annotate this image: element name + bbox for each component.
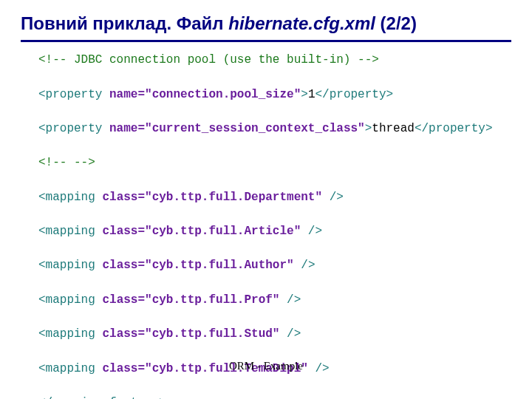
- tag-open: <mapping: [38, 191, 102, 204]
- tag-close: />: [294, 259, 316, 272]
- tag-open: <property: [38, 88, 109, 101]
- attr-name: class=: [102, 225, 145, 238]
- slide-footer: ORM - Example: [0, 360, 532, 372]
- attr-value: "current_session_context_class": [145, 122, 365, 135]
- tag-open: <property: [38, 122, 109, 135]
- attr-name: class=: [102, 293, 145, 307]
- attr-value: "connection.pool_size": [145, 88, 301, 101]
- attr-name: class=: [102, 191, 145, 204]
- attr-value: "cyb.ttp.full.Department": [145, 191, 322, 204]
- tag-close: >: [365, 122, 372, 135]
- title-filename: hibernate.cfg.xml: [228, 13, 375, 33]
- code-comment: <!-- -->: [38, 156, 95, 169]
- attr-name: class=: [102, 327, 145, 341]
- attr-value: "cyb.ttp.full.Author": [145, 259, 294, 272]
- tag-end: </session-factory>: [38, 396, 166, 399]
- attr-value: "cyb.ttp.full.Prof": [145, 293, 279, 307]
- tag-close: />: [279, 327, 301, 341]
- slide: Повний приклад. Файл hibernate.cfg.xml (…: [0, 0, 532, 399]
- tag-open: <mapping: [38, 327, 102, 341]
- tag-open: <mapping: [38, 293, 102, 307]
- tag-end: </property>: [415, 122, 493, 135]
- attr-value: "cyb.ttp.full.Article": [145, 225, 301, 238]
- tag-open: <mapping: [38, 225, 102, 238]
- tag-open: <mapping: [38, 259, 102, 272]
- tag-close: />: [322, 191, 344, 204]
- tag-close: >: [301, 88, 308, 101]
- attr-value: "cyb.ttp.full.Stud": [145, 327, 279, 341]
- attr-name: class=: [102, 259, 145, 272]
- slide-title: Повний приклад. Файл hibernate.cfg.xml (…: [21, 13, 511, 34]
- text-node: thread: [372, 122, 415, 135]
- attr-name: name=: [109, 122, 145, 135]
- tag-close: />: [301, 225, 322, 238]
- attr-name: name=: [109, 88, 145, 101]
- code-comment: <!-- JDBC connection pool (use the built…: [38, 53, 379, 66]
- tag-close: />: [279, 293, 301, 307]
- title-suffix: (2/2): [375, 13, 417, 33]
- tag-end: </property>: [315, 88, 393, 101]
- code-block: <!-- JDBC connection pool (use the built…: [21, 35, 511, 399]
- title-prefix: Повний приклад. Файл: [21, 13, 228, 33]
